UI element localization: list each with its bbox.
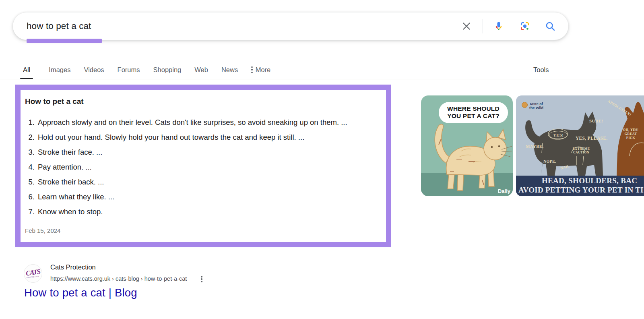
voice-search-icon[interactable] xyxy=(493,21,504,32)
image-caption-band: HEAD, SHOULDERS, BAC AVOID PETTING YOUR … xyxy=(516,176,644,196)
site-favicon: CATS PROTECTION xyxy=(24,264,42,283)
column-divider xyxy=(410,93,410,306)
zone-label: NOPE. xyxy=(543,159,556,164)
tab-news[interactable]: News xyxy=(221,60,238,79)
zone-label: EXTREME CAUTION xyxy=(570,147,592,154)
snippet-step: Stroke their face. ... xyxy=(37,146,376,158)
breadcrumb-url[interactable]: https://www.cats.org.uk › cats-blog › ho… xyxy=(50,276,187,282)
snippet-step: Approach slowly and on their level. Cats… xyxy=(37,116,376,128)
result-options-icon[interactable] xyxy=(200,275,204,284)
snippet-step: Learn what they like. ... xyxy=(37,191,376,203)
search-bar[interactable]: how to pet a cat xyxy=(13,12,568,40)
tools-button[interactable]: Tools xyxy=(533,60,549,79)
results-tab-bar: All Images Videos Forums Shopping Web Ne… xyxy=(0,60,644,79)
speech-bubble: WHERE SHOULD YOU PET A CAT? xyxy=(439,102,508,123)
site-name[interactable]: Cats Protection xyxy=(50,263,96,271)
image-watermark: Daily xyxy=(498,188,510,194)
brand-logo: Taste of the Wild xyxy=(522,102,548,110)
thumbnail-pet-zones-chart[interactable]: Taste of the Wild SURE! YES! YES, PLEASE… xyxy=(516,95,644,196)
tab-web[interactable]: Web xyxy=(194,60,208,79)
zone-label: YES, PLEASE. xyxy=(576,136,607,141)
zone-label: YES! xyxy=(549,131,568,139)
tab-all[interactable]: All xyxy=(23,60,30,79)
search-bar-divider xyxy=(483,19,483,33)
search-input[interactable]: how to pet a cat xyxy=(27,21,91,31)
zone-label: MAYBE. xyxy=(526,144,543,149)
snippet-title: How to pet a cat xyxy=(25,97,380,106)
query-annotation-underline xyxy=(27,39,102,43)
zone-label: SURE! xyxy=(589,118,603,123)
more-dots-icon xyxy=(251,66,253,73)
snippet-steps-list: Approach slowly and on their level. Cats… xyxy=(23,116,380,218)
thumbnail-where-to-pet-cat[interactable]: WHERE SHOULD YOU PET A CAT? Daily xyxy=(421,95,513,196)
tab-images[interactable]: Images xyxy=(49,60,70,79)
tab-videos[interactable]: Videos xyxy=(84,60,104,79)
featured-snippet-annotation-box: How to pet a cat Approach slowly and on … xyxy=(15,85,391,247)
snippet-date: Feb 15, 2024 xyxy=(25,227,380,234)
snippet-step: Know when to stop. xyxy=(37,206,376,218)
brand-logo-icon xyxy=(522,102,528,108)
tab-shopping[interactable]: Shopping xyxy=(153,60,182,79)
tab-forums[interactable]: Forums xyxy=(118,60,140,79)
snippet-step: Hold out your hand. Slowly hold your han… xyxy=(37,131,376,143)
search-submit-icon[interactable] xyxy=(545,21,556,32)
google-lens-icon[interactable] xyxy=(519,21,530,32)
active-tab-underline xyxy=(20,78,33,79)
snippet-step: Pay attention. ... xyxy=(37,161,376,173)
result-title-link[interactable]: How to pet a cat | Blog xyxy=(24,286,137,299)
tab-more[interactable]: More xyxy=(251,60,270,79)
clear-search-icon[interactable] xyxy=(461,21,472,31)
zone-label: OH, YES! GREAT PICK xyxy=(621,128,640,140)
snippet-step: Stroke their back. ... xyxy=(37,176,376,188)
